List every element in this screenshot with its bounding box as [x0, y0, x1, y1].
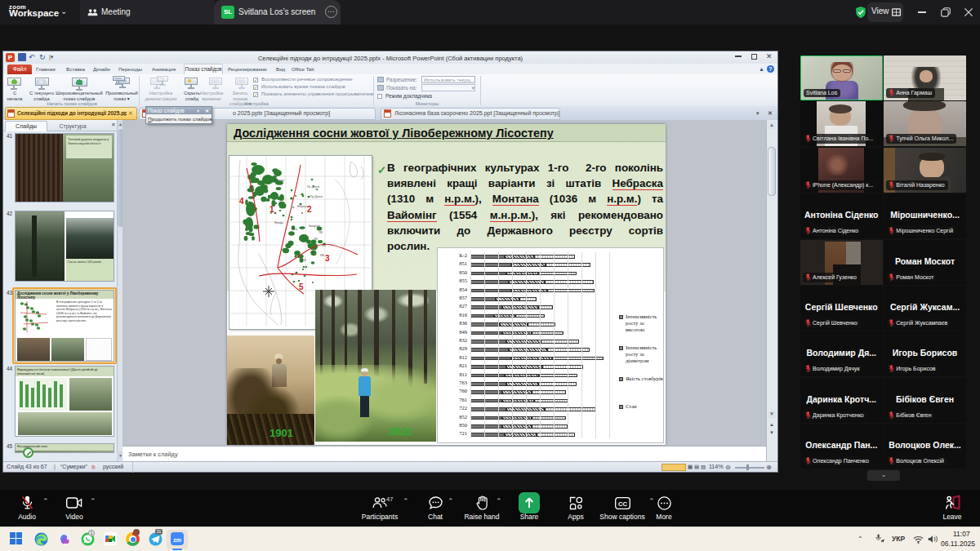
svg-text:Колорадо: Колорадо — [309, 224, 320, 228]
svg-text:829: 829 — [310, 251, 314, 254]
svg-text:4: 4 — [239, 197, 244, 206]
svg-text:5: 5 — [299, 282, 304, 291]
svg-text:786: 786 — [318, 231, 323, 234]
svg-text:Пд. Дакота: Пд. Дакота — [310, 195, 323, 198]
svg-text:CC: CC — [618, 500, 627, 507]
svg-text:Пн. Дакота: Пн. Дакота — [307, 185, 319, 189]
svg-text:Юта: Юта — [292, 228, 297, 231]
svg-text:3: 3 — [325, 254, 330, 263]
svg-text:795: 795 — [314, 238, 318, 241]
svg-text:812: 812 — [322, 244, 326, 247]
svg-text:1: 1 — [270, 205, 274, 214]
svg-text:841: 841 — [302, 259, 306, 262]
svg-text:Невада: Невада — [274, 221, 283, 224]
svg-text:zm: zm — [173, 537, 181, 543]
svg-text:Монтана: Монтана — [274, 179, 285, 182]
svg-text:Небраска: Небраска — [297, 205, 309, 208]
svg-text:836: 836 — [320, 254, 324, 257]
